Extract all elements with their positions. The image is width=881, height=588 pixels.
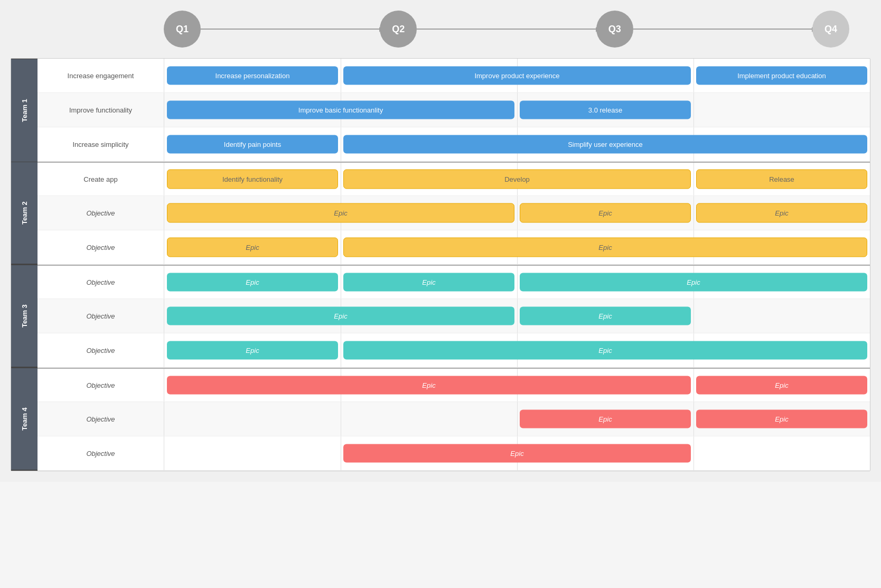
quarter-divider-0 [341, 266, 341, 298]
quarter-divider-1 [517, 266, 518, 298]
row-t1-r1: Increase engagementIncrease personalizat… [38, 59, 870, 93]
objective-label-cell: Create app [38, 163, 164, 195]
row-t3-r1: ObjectiveEpicEpicEpic [38, 265, 870, 299]
objective-label-cell: Objective [38, 436, 164, 470]
objective-label-cell: Objective [38, 196, 164, 230]
epic-bar[interactable]: Epic [343, 238, 867, 257]
quarter-divider-2 [693, 59, 694, 92]
row-t1-r3: Increase simplicityIdentify pain pointsS… [38, 127, 870, 162]
quarter-divider-2 [693, 196, 694, 230]
quarter-divider-2 [693, 93, 694, 127]
quarter-divider-0 [341, 59, 341, 92]
epic-bar[interactable]: Simplify user experience [343, 135, 867, 154]
epic-bar[interactable]: Improve basic functionanlity [167, 101, 514, 119]
row-t4-r1: ObjectiveEpicEpic [38, 368, 870, 402]
epic-bar[interactable]: Epic [520, 307, 691, 325]
team-label-4: Team 4 [11, 368, 38, 471]
timeline-line-2: ▶ [417, 29, 596, 30]
team-label-2: Team 2 [11, 162, 38, 265]
timeline-line-3: ▶ [633, 29, 812, 30]
epic-bar[interactable]: Identify functionality [167, 170, 338, 189]
quarter-divider-0 [341, 163, 341, 195]
quarter-divider-1 [517, 196, 518, 230]
row-t4-r3: ObjectiveEpic [38, 436, 870, 471]
quarter-node-q1: Q1 [164, 11, 201, 48]
row-t3-r3: ObjectiveEpicEpic [38, 333, 870, 368]
quarter-divider-1 [517, 402, 518, 436]
objective-label-cell: Objective [38, 402, 164, 436]
quarter-node-q3: Q3 [596, 11, 633, 48]
timeline-header: Q1▶Q2▶Q3▶Q4 [11, 11, 870, 48]
epic-bar[interactable]: Increase personalization [167, 67, 338, 85]
epic-bar[interactable]: Epic [520, 273, 867, 292]
timeline-line-1: ▶ [201, 29, 380, 30]
epic-bar[interactable]: Epic [167, 341, 338, 360]
epic-bar[interactable]: Epic [167, 238, 338, 257]
epic-bar[interactable]: 3.0 release [520, 101, 691, 119]
objective-label-cell: Objective [38, 266, 164, 298]
epic-bar[interactable]: Epic [696, 376, 867, 395]
quarter-divider-2 [693, 163, 694, 195]
quarter-divider-2 [693, 299, 694, 333]
epic-bar[interactable]: Release [696, 170, 867, 189]
quarter-divider-0 [341, 230, 341, 264]
row-t2-r1: Create appIdentify functionalityDevelopR… [38, 162, 870, 196]
epic-bar[interactable]: Epic [696, 410, 867, 428]
epic-bar[interactable]: Implement product education [696, 67, 867, 85]
objective-label-cell: Increase engagement [38, 59, 164, 92]
team-label-1: Team 1 [11, 59, 38, 162]
objective-label-cell: Improve functionality [38, 93, 164, 127]
row-t2-r3: ObjectiveEpicEpic [38, 230, 870, 265]
row-t4-r2: ObjectiveEpicEpic [38, 402, 870, 436]
epic-bar[interactable]: Epic [696, 203, 867, 223]
quarter-divider-2 [693, 436, 694, 470]
quarter-divider-2 [693, 369, 694, 402]
objective-label-cell: Objective [38, 369, 164, 402]
row-t1-r2: Improve functionalityImprove basic funct… [38, 93, 870, 127]
quarter-divider-1 [517, 299, 518, 333]
quarter-divider-1 [517, 93, 518, 127]
row-t3-r2: ObjectiveEpicEpic [38, 299, 870, 333]
quarter-node-q2: Q2 [380, 11, 417, 48]
objective-label-cell: Objective [38, 230, 164, 264]
row-t2-r2: ObjectiveEpicEpicEpic [38, 196, 870, 230]
quarter-divider-0 [341, 402, 341, 436]
epic-bar[interactable]: Epic [167, 203, 514, 223]
quarter-divider-0 [341, 436, 341, 470]
epic-bar[interactable]: Epic [343, 444, 691, 463]
objective-label-cell: Objective [38, 333, 164, 367]
epic-bar[interactable]: Epic [167, 307, 514, 325]
quarter-node-q4: Q4 [812, 11, 849, 48]
quarter-divider-2 [693, 402, 694, 436]
team-label-3: Team 3 [11, 265, 38, 368]
epic-bar[interactable]: Epic [343, 341, 867, 360]
epic-bar[interactable]: Identify pain points [167, 135, 338, 154]
page-container: Q1▶Q2▶Q3▶Q4Team 1Team 2Team 3Team 4Incre… [0, 0, 881, 482]
epic-bar[interactable]: Epic [520, 203, 691, 223]
quarter-divider-0 [341, 333, 341, 367]
quarter-divider-0 [341, 127, 341, 161]
epic-bar[interactable]: Develop [343, 170, 691, 189]
epic-bar[interactable]: Epic [167, 273, 338, 292]
objective-label-cell: Increase simplicity [38, 127, 164, 161]
epic-bar[interactable]: Epic [520, 410, 691, 428]
epic-bar[interactable]: Improve product experience [343, 67, 691, 85]
epic-bar[interactable]: Epic [343, 273, 514, 292]
objective-label-cell: Objective [38, 299, 164, 333]
roadmap-grid: Team 1Team 2Team 3Team 4Increase engagem… [11, 58, 870, 471]
epic-bar[interactable]: Epic [167, 376, 691, 395]
